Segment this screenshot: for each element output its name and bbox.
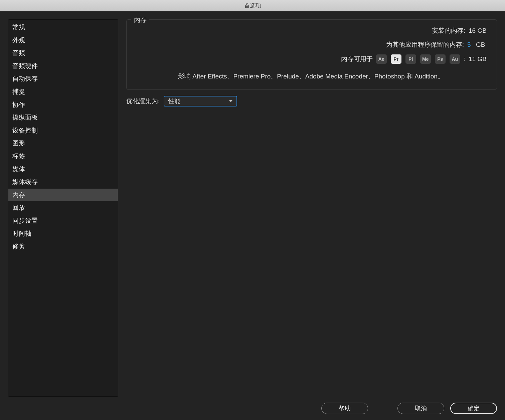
app-badge-ps: Ps	[435, 54, 446, 64]
window-titlebar: 首选项	[0, 0, 505, 11]
sidebar-item-10[interactable]: 标签	[8, 150, 118, 163]
window-title: 首选项	[244, 2, 261, 9]
chevron-down-icon	[229, 100, 232, 102]
installed-memory-label: 安装的内存:	[432, 26, 465, 35]
sidebar-item-2[interactable]: 音频	[8, 47, 118, 60]
memory-rows: 安装的内存: 16 GB 为其他应用程序保留的内存: 5 GB 内存可用于 Ae…	[135, 26, 489, 81]
sidebar-item-7[interactable]: 操纵面板	[8, 111, 118, 124]
app-badge-pl: Pl	[405, 54, 416, 64]
memory-description: 影响 After Effects、Premiere Pro、Prelude、Ad…	[135, 72, 489, 81]
help-button[interactable]: 帮助	[321, 403, 368, 414]
sidebar-item-6[interactable]: 协作	[8, 98, 118, 112]
optimize-render-label: 优化渲染为:	[126, 97, 160, 106]
reserved-memory-value-num[interactable]: 5	[467, 41, 473, 48]
reserved-memory-label: 为其他应用程序保留的内存:	[386, 40, 464, 49]
cancel-button[interactable]: 取消	[397, 403, 444, 414]
optimize-render-value: 性能	[168, 97, 180, 105]
memory-fieldset: 内存 安装的内存: 16 GB 为其他应用程序保留的内存: 5 GB 内存可用于…	[126, 19, 497, 90]
sidebar-item-11[interactable]: 媒体	[8, 163, 118, 176]
optimize-render-select[interactable]: 性能	[164, 96, 237, 107]
available-memory-value: 11 GB	[469, 55, 489, 63]
installed-memory-row: 安装的内存: 16 GB	[135, 26, 489, 35]
available-memory-label: 内存可用于	[341, 55, 373, 63]
ok-button[interactable]: 确定	[450, 403, 497, 414]
sidebar-item-17[interactable]: 修剪	[8, 240, 118, 253]
sidebar-item-0[interactable]: 常规	[8, 21, 118, 34]
sidebar-item-3[interactable]: 音频硬件	[8, 60, 118, 73]
available-memory-suffix: :	[464, 55, 465, 63]
preferences-content: 内存 安装的内存: 16 GB 为其他应用程序保留的内存: 5 GB 内存可用于…	[126, 19, 497, 397]
app-badges-group: AePrPlMePsAu	[376, 54, 460, 64]
sidebar-item-13[interactable]: 内存	[8, 189, 118, 202]
memory-legend: 内存	[131, 16, 149, 24]
preferences-sidebar: 常规外观音频音频硬件自动保存捕捉协作操纵面板设备控制图形标签媒体媒体缓存内存回放…	[8, 19, 118, 397]
app-badge-me: Me	[420, 54, 431, 64]
sidebar-item-1[interactable]: 外观	[8, 34, 118, 47]
sidebar-item-15[interactable]: 同步设置	[8, 214, 118, 227]
window-body: 常规外观音频音频硬件自动保存捕捉协作操纵面板设备控制图形标签媒体媒体缓存内存回放…	[0, 11, 505, 420]
sidebar-item-4[interactable]: 自动保存	[8, 72, 118, 85]
sidebar-item-14[interactable]: 回放	[8, 201, 118, 214]
available-memory-row: 内存可用于 AePrPlMePsAu : 11 GB	[135, 54, 489, 64]
app-badge-au: Au	[450, 54, 460, 64]
sidebar-item-12[interactable]: 媒体缓存	[8, 176, 118, 189]
app-badge-ae: Ae	[376, 54, 387, 64]
dialog-footer: 帮助 取消 确定	[8, 397, 497, 414]
footer-left-group: 帮助	[321, 403, 368, 414]
installed-memory-value: 16 GB	[469, 27, 489, 34]
sidebar-item-8[interactable]: 设备控制	[8, 124, 118, 137]
sidebar-item-9[interactable]: 图形	[8, 137, 118, 150]
sidebar-item-16[interactable]: 时间轴	[8, 227, 118, 240]
app-badge-pr: Pr	[391, 54, 401, 64]
reserved-memory-value-unit: GB	[476, 41, 489, 48]
sidebar-item-5[interactable]: 捕捉	[8, 85, 118, 98]
reserved-memory-row: 为其他应用程序保留的内存: 5 GB	[135, 40, 489, 49]
optimize-render-row: 优化渲染为: 性能	[126, 96, 497, 107]
main-area: 常规外观音频音频硬件自动保存捕捉协作操纵面板设备控制图形标签媒体媒体缓存内存回放…	[8, 19, 497, 397]
